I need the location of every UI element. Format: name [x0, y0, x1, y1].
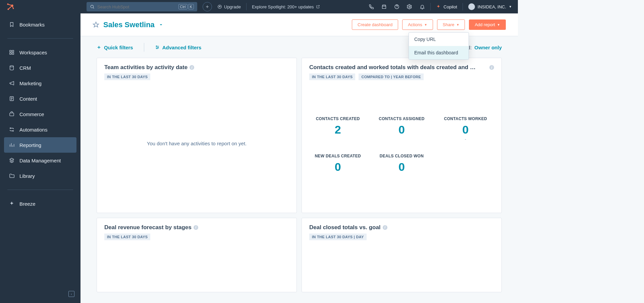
info-icon[interactable]: i	[489, 65, 494, 70]
sidebar-item-library[interactable]: Library	[4, 168, 76, 184]
share-email-dashboard[interactable]: Email this dashboard	[409, 46, 469, 59]
sparkle-icon	[9, 201, 15, 207]
settings-icon[interactable]	[407, 4, 412, 9]
megaphone-icon	[9, 80, 15, 86]
sidebar-item-crm[interactable]: CRM	[4, 60, 76, 75]
advanced-filters-button[interactable]: Advanced filters	[155, 45, 202, 50]
chevron-down-icon: ▼	[509, 5, 512, 8]
sidebar-item-automations[interactable]: Automations	[4, 122, 76, 137]
card-deal-revenue-forecast[interactable]: Deal revenue forecast by stages i IN THE…	[97, 218, 297, 293]
info-icon[interactable]: i	[383, 225, 387, 230]
chevron-down-icon: ▼	[456, 23, 459, 27]
owner-filter-link[interactable]: Owner only	[474, 45, 502, 50]
search-icon	[90, 4, 95, 9]
document-icon	[9, 96, 15, 102]
sidebar-item-label: Bookmarks	[19, 22, 45, 28]
copilot-spark-icon	[436, 4, 441, 9]
filter-tag: COMPARED TO | YEAR BEFORE	[359, 73, 423, 80]
sidebar-item-workspaces[interactable]: Workspaces	[4, 45, 76, 60]
svg-point-16	[409, 6, 410, 7]
card-contacts-totals[interactable]: Contacts created and worked totals with …	[302, 58, 502, 213]
notifications-icon[interactable]	[420, 4, 425, 9]
metric-new-deals-created: NEW DEALS CREATED 0	[309, 154, 366, 173]
cart-icon	[9, 111, 15, 117]
sidebar-item-content[interactable]: Content	[4, 91, 76, 106]
svg-rect-5	[12, 50, 14, 52]
quick-filters-button[interactable]: Quick filters	[97, 45, 133, 50]
create-dashboard-button[interactable]: Create dashboard	[352, 19, 398, 30]
svg-rect-7	[12, 53, 14, 54]
svg-rect-10	[10, 113, 14, 116]
sidebar-item-breeze[interactable]: Breeze	[4, 196, 76, 211]
dashboard-title: Sales Swetlina	[103, 20, 155, 29]
card-team-activities[interactable]: Team activities by activity date i IN TH…	[97, 58, 297, 213]
external-link-icon	[316, 5, 320, 9]
sidebar-item-label: Workspaces	[19, 50, 47, 55]
svg-point-18	[158, 47, 158, 48]
card-title: Contacts created and worked totals with …	[309, 64, 476, 71]
plus-icon	[97, 45, 101, 50]
add-button[interactable]	[203, 2, 212, 11]
search-box[interactable]: Ctrl K	[87, 2, 197, 11]
add-report-button[interactable]: Add report▼	[469, 19, 506, 30]
filter-tag: IN THE LAST 30 DAYS	[104, 234, 150, 240]
keyboard-shortcut: Ctrl K	[178, 4, 194, 9]
sidebar-item-commerce[interactable]: Commerce	[4, 106, 76, 122]
favorite-star-icon[interactable]	[93, 21, 99, 28]
grid-icon	[9, 49, 15, 55]
cards-grid: Team activities by activity date i IN TH…	[80, 56, 518, 300]
database-icon	[9, 65, 15, 71]
upgrade-link[interactable]: Upgrade	[217, 4, 241, 9]
share-copy-url[interactable]: Copy URL	[409, 33, 469, 46]
metric-deals-closed-won: DEALS CLOSED WON 0	[373, 154, 430, 173]
sidebar-item-label: Marketing	[19, 81, 42, 86]
sidebar-item-reporting[interactable]: Reporting	[4, 137, 76, 153]
sidebar-item-label: Breeze	[19, 201, 36, 207]
search-input[interactable]	[97, 4, 176, 9]
sidebar-item-label: CRM	[19, 65, 31, 71]
spotlight-link[interactable]: Explore Spotlight: 200+ updates	[252, 4, 320, 9]
card-title: Deal closed totals vs. goal	[309, 224, 381, 231]
help-icon[interactable]	[394, 4, 399, 9]
filter-tag: IN THE LAST 30 DAYS	[104, 73, 150, 80]
card-deal-closed-vs-goal[interactable]: Deal closed totals vs. goal i IN THE LAS…	[302, 218, 502, 293]
sidebar-item-data-management[interactable]: Data Management	[4, 153, 76, 168]
svg-point-8	[10, 65, 14, 67]
card-title: Deal revenue forecast by stages	[104, 224, 192, 231]
separator	[144, 43, 144, 52]
account-menu[interactable]: INSIDEA, INC. ▼	[468, 3, 512, 10]
dashboard-switcher[interactable]	[159, 22, 163, 27]
metric-contacts-created: CONTACTS CREATED 2	[309, 116, 366, 142]
info-icon[interactable]: i	[194, 225, 198, 230]
bookmark-icon	[9, 21, 15, 28]
dashboard-header: Sales Swetlina Create dashboard Actions▼…	[80, 13, 518, 36]
folder-icon	[9, 173, 15, 179]
svg-rect-6	[10, 53, 11, 54]
info-icon[interactable]: i	[190, 65, 194, 70]
metric-spacer	[437, 154, 494, 173]
topbar: Ctrl K Upgrade Explore Spotlight: 200+ u…	[80, 0, 518, 13]
chevron-down-icon: ▼	[424, 23, 427, 27]
share-button[interactable]: Share▼	[437, 19, 465, 30]
metric-contacts-worked: CONTACTS WORKED 0 -	[437, 116, 494, 142]
chevron-down-icon: ▼	[497, 23, 500, 27]
sidebar-item-label: Reporting	[19, 142, 41, 148]
sidebar-item-label: Data Management	[19, 158, 61, 163]
bar-chart-icon	[9, 142, 15, 148]
sidebar: Bookmarks Workspaces CRM Marketing Conte…	[0, 0, 80, 303]
sidebar-collapse-button[interactable]: ‹	[68, 291, 74, 297]
copilot-button[interactable]: Copilot	[436, 4, 457, 9]
sidebar-item-marketing[interactable]: Marketing	[4, 75, 76, 91]
layers-icon	[9, 157, 15, 163]
actions-button[interactable]: Actions▼	[402, 19, 433, 30]
filter-tag: IN THE LAST 30 DAYS	[309, 73, 355, 80]
svg-point-13	[91, 5, 93, 8]
scrollbar-track[interactable]	[518, 0, 523, 303]
separator	[246, 3, 247, 10]
hubspot-logo-icon[interactable]	[6, 2, 15, 11]
marketplace-icon[interactable]	[381, 4, 387, 9]
svg-point-11	[10, 128, 11, 129]
sliders-icon	[155, 45, 160, 50]
sidebar-item-bookmarks[interactable]: Bookmarks	[4, 17, 76, 32]
phone-icon[interactable]	[369, 4, 374, 9]
